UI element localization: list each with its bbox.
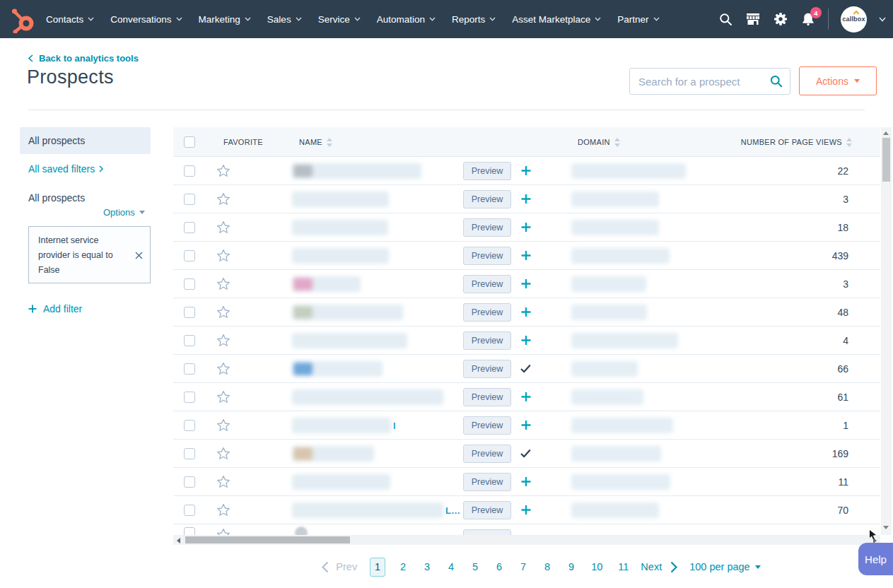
- select-all-checkbox[interactable]: [184, 136, 195, 148]
- row-checkbox[interactable]: [184, 194, 195, 205]
- page-number-1[interactable]: 1: [370, 558, 385, 577]
- favorite-star-icon[interactable]: [216, 361, 231, 377]
- page-number-4[interactable]: 4: [447, 561, 455, 572]
- prev-page-label[interactable]: Prev: [336, 561, 357, 572]
- favorite-star-icon[interactable]: [216, 220, 231, 235]
- row-checkbox[interactable]: [184, 335, 195, 346]
- horizontal-scrollbar[interactable]: [173, 535, 880, 545]
- preview-button[interactable]: Preview: [463, 445, 511, 463]
- add-prospect-icon[interactable]: [520, 278, 531, 289]
- nav-menu-item-sales[interactable]: Sales: [267, 14, 302, 25]
- row-checkbox[interactable]: [184, 363, 195, 375]
- per-page-dropdown[interactable]: 100 per page: [689, 561, 760, 572]
- favorite-star-icon[interactable]: [216, 418, 231, 433]
- sidebar-item-all-prospects[interactable]: All prospects: [20, 127, 151, 154]
- add-prospect-icon[interactable]: [520, 335, 531, 346]
- search-icon[interactable]: [770, 75, 783, 88]
- preview-button[interactable]: Preview: [463, 218, 511, 237]
- page-number-6[interactable]: 6: [495, 561, 503, 572]
- favorite-star-icon[interactable]: [216, 163, 231, 179]
- preview-button[interactable]: Preview: [463, 275, 511, 293]
- sort-icon[interactable]: [846, 138, 852, 147]
- vertical-scrollbar[interactable]: [881, 127, 892, 535]
- add-prospect-icon[interactable]: [520, 476, 531, 487]
- row-checkbox[interactable]: [184, 222, 195, 233]
- row-checkbox[interactable]: [184, 420, 195, 431]
- add-prospect-icon[interactable]: [520, 165, 531, 176]
- nav-menu-item-service[interactable]: Service: [318, 14, 361, 25]
- row-checkbox[interactable]: [184, 307, 195, 318]
- search-icon[interactable]: [718, 11, 733, 27]
- preview-button[interactable]: Preview: [463, 416, 511, 435]
- favorite-star-icon[interactable]: [216, 333, 231, 348]
- help-button[interactable]: Help: [858, 543, 893, 575]
- hubspot-logo-icon[interactable]: [8, 5, 37, 33]
- row-checkbox[interactable]: [184, 250, 195, 261]
- nav-menu-item-automation[interactable]: Automation: [377, 14, 436, 25]
- active-filter-card[interactable]: Internet service provider is equal to Fa…: [28, 226, 151, 283]
- prev-page-chevron-icon[interactable]: [321, 561, 329, 573]
- favorite-star-icon[interactable]: [216, 248, 231, 264]
- notifications-bell-icon[interactable]: 4: [800, 11, 816, 27]
- page-number-8[interactable]: 8: [543, 561, 551, 572]
- page-number-11[interactable]: 11: [618, 561, 629, 572]
- favorite-star-icon[interactable]: [216, 276, 231, 292]
- scroll-up-icon[interactable]: [883, 131, 889, 135]
- add-prospect-icon[interactable]: [520, 392, 531, 402]
- settings-gear-icon[interactable]: [773, 11, 788, 27]
- preview-button[interactable]: Preview: [463, 529, 511, 535]
- favorite-star-icon[interactable]: [216, 502, 231, 518]
- remove-filter-icon[interactable]: [134, 250, 144, 260]
- favorite-star-icon[interactable]: [216, 305, 231, 320]
- favorite-star-icon[interactable]: [216, 389, 231, 405]
- nav-menu-item-marketing[interactable]: Marketing: [199, 14, 251, 25]
- next-page-label[interactable]: Next: [641, 561, 662, 572]
- preview-button[interactable]: Preview: [463, 190, 511, 208]
- page-number-3[interactable]: 3: [423, 561, 431, 572]
- favorite-star-icon[interactable]: [216, 446, 231, 461]
- preview-button[interactable]: Preview: [463, 360, 511, 378]
- favorite-star-icon[interactable]: [216, 474, 231, 490]
- marketplace-icon[interactable]: [745, 11, 761, 27]
- horizontal-scrollbar-thumb[interactable]: [185, 536, 350, 543]
- add-prospect-icon[interactable]: [520, 420, 531, 430]
- preview-button[interactable]: Preview: [463, 501, 511, 519]
- account-chevron-down-icon[interactable]: [879, 17, 886, 22]
- page-number-2[interactable]: 2: [399, 561, 407, 572]
- favorite-star-icon[interactable]: [216, 192, 231, 207]
- row-checkbox[interactable]: [184, 165, 195, 177]
- column-header-name[interactable]: NAME: [299, 127, 332, 157]
- preview-button[interactable]: Preview: [463, 473, 511, 491]
- add-prospect-icon[interactable]: [520, 307, 531, 317]
- page-number-7[interactable]: 7: [519, 561, 527, 572]
- nav-menu-item-contacts[interactable]: Contacts: [46, 14, 94, 25]
- page-number-9[interactable]: 9: [567, 561, 576, 572]
- page-number-10[interactable]: 10: [591, 561, 602, 572]
- row-checkbox[interactable]: [184, 505, 195, 516]
- preview-button[interactable]: Preview: [463, 247, 511, 265]
- nav-menu-item-partner[interactable]: Partner: [617, 14, 659, 25]
- row-checkbox[interactable]: [184, 392, 195, 403]
- page-number-5[interactable]: 5: [471, 561, 479, 572]
- row-checkbox[interactable]: [184, 448, 195, 459]
- favorite-star-icon[interactable]: [216, 527, 231, 535]
- vertical-scrollbar-thumb[interactable]: [882, 138, 890, 182]
- back-to-analytics-link[interactable]: Back to analytics tools: [28, 53, 139, 64]
- prospect-search-input[interactable]: [638, 76, 770, 88]
- row-checkbox[interactable]: [184, 278, 195, 290]
- add-prospect-icon[interactable]: [520, 222, 531, 233]
- column-header-domain[interactable]: DOMAIN: [578, 127, 620, 157]
- preview-button[interactable]: Preview: [463, 388, 511, 406]
- add-prospect-icon[interactable]: [520, 194, 531, 204]
- add-prospect-icon[interactable]: [520, 250, 531, 261]
- nav-menu-item-asset-marketplace[interactable]: Asset Marketplace: [512, 14, 601, 25]
- actions-button[interactable]: Actions: [799, 66, 877, 95]
- scroll-left-icon[interactable]: [177, 538, 180, 543]
- add-prospect-icon[interactable]: [520, 505, 531, 515]
- scroll-down-icon[interactable]: [883, 526, 889, 529]
- row-checkbox[interactable]: [184, 476, 195, 488]
- account-avatar[interactable]: callbox: [841, 6, 867, 33]
- options-dropdown[interactable]: Options: [103, 207, 145, 218]
- sort-icon[interactable]: [327, 138, 332, 147]
- preview-button[interactable]: Preview: [463, 331, 511, 350]
